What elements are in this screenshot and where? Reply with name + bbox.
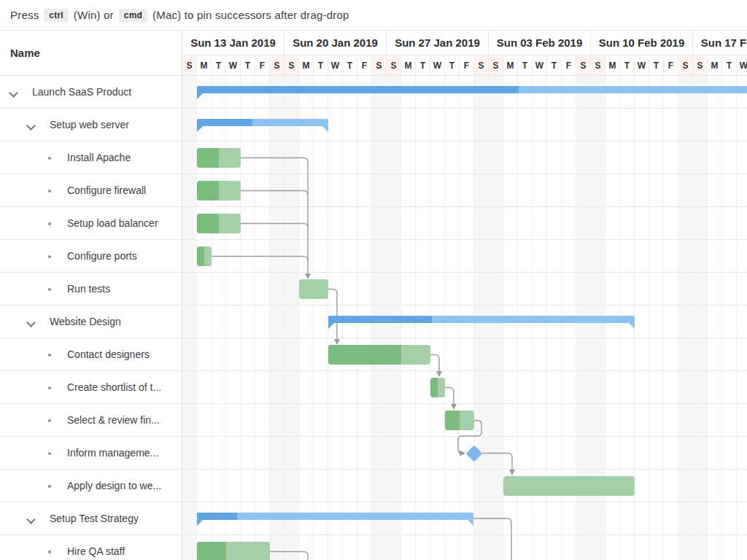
day-header-cell: F: [255, 55, 270, 76]
leaf-bullet-icon: [48, 485, 51, 488]
task-row-inform-manageme[interactable]: Inform manageme...: [0, 437, 182, 470]
day-header-cell: W: [635, 55, 649, 76]
task-bar-setup-load-balancer[interactable]: [197, 214, 241, 233]
day-header-cell: M: [605, 55, 620, 76]
dependency-arrow-icon: [509, 470, 515, 475]
task-row-create-shortlist-of-t[interactable]: Create shortlist of t...: [0, 371, 182, 404]
day-header-cell: T: [620, 55, 635, 76]
dependency-arrow-icon: [436, 371, 442, 377]
task-bar-progress: [197, 542, 226, 560]
task-row-apply-design-to-we[interactable]: Apply design to we...: [0, 470, 182, 502]
day-header-cell: S: [182, 55, 197, 76]
task-row-website-design[interactable]: Website Design: [0, 306, 182, 338]
week-header-row: Sun 13 Jan 2019Sun 20 Jan 2019Sun 27 Jan…: [182, 31, 747, 55]
task-row-configure-ports[interactable]: Configure ports: [0, 240, 182, 273]
day-header-row: SMTWTFSSMTWTFSSMTWTFSSMTWTFSSMTWTFSSMTWT…: [182, 55, 747, 76]
chevron-down-icon[interactable]: [28, 516, 34, 523]
task-bar-create-shortlist-of-t[interactable]: [430, 378, 445, 397]
day-header-cell: S: [591, 55, 605, 76]
task-row-run-tests[interactable]: Run tests: [0, 273, 182, 306]
dependency-arrow-icon: [451, 404, 457, 410]
day-header-cell: F: [562, 55, 576, 76]
toolbar-hint-mid: (Win) or: [74, 9, 114, 21]
task-name-label: Setup Test Strategy: [50, 502, 139, 534]
task-row-configure-firewall[interactable]: Configure firewall: [0, 174, 182, 207]
task-name-label: Create shortlist of t...: [67, 371, 161, 403]
gantt-app: Press ctrl (Win) or cmd (Mac) to pin suc…: [0, 0, 747, 560]
day-header-cell: S: [270, 55, 285, 76]
task-bar-configure-ports[interactable]: [197, 246, 212, 266]
leaf-bullet-icon: [48, 354, 51, 357]
chevron-down-icon[interactable]: [10, 90, 17, 96]
day-header-cell: W: [430, 55, 445, 76]
task-row-contact-designers[interactable]: Contact designers: [0, 338, 182, 371]
dependency-line: [212, 257, 308, 261]
summary-tab-right: [629, 323, 635, 329]
summary-tab-left: [197, 520, 203, 526]
day-header-cell: F: [664, 55, 678, 76]
task-name-label: Launch SaaS Product: [32, 76, 131, 108]
summary-tab-right: [322, 126, 328, 132]
task-bar-run-tests[interactable]: [299, 279, 328, 299]
task-bar-progress: [328, 345, 401, 365]
task-bar-progress: [197, 148, 219, 168]
dependency-line: [473, 518, 511, 560]
task-row-setup-test-strategy[interactable]: Setup Test Strategy: [0, 502, 182, 535]
leaf-bullet-icon: [48, 452, 51, 455]
day-header-cell: M: [299, 55, 314, 76]
week-header-cell: Sun 03 Feb 2019: [489, 31, 591, 55]
task-bar-progress: [430, 378, 438, 397]
week-header-cell: Sun 27 Jan 2019: [387, 31, 489, 55]
task-row-install-apache[interactable]: Install Apache: [0, 141, 182, 174]
task-row-hire-qa-staff[interactable]: Hire QA staff: [0, 535, 182, 560]
summary-tab-left: [197, 126, 203, 132]
summary-bar-website-design[interactable]: [328, 316, 635, 323]
toolbar-hint-prefix: Press: [10, 9, 39, 21]
day-header-cell: M: [197, 55, 212, 76]
day-header-cell: W: [737, 55, 747, 76]
task-row-setup-web-server[interactable]: Setup web server: [0, 109, 182, 141]
name-column-header-label: Name: [10, 47, 40, 59]
task-bar-progress: [197, 246, 204, 266]
dependency-arrow-icon: [305, 273, 311, 279]
summary-bar-launch-saas-product[interactable]: [197, 86, 747, 93]
day-header-cell: T: [314, 55, 328, 76]
day-header-cell: T: [241, 55, 255, 76]
leaf-bullet-icon: [48, 288, 51, 291]
summary-tab-left: [328, 323, 334, 329]
task-bar-progress: [197, 181, 219, 201]
task-name-label: Setup web server: [50, 109, 129, 141]
day-header-cell: M: [503, 55, 518, 76]
task-row-launch-saas-product[interactable]: Launch SaaS Product: [0, 76, 182, 109]
day-header-cell: T: [518, 55, 533, 76]
task-bar-select-review-fin[interactable]: [445, 411, 474, 430]
task-bar-apply-design-to-we[interactable]: [503, 476, 635, 496]
day-header-cell: T: [547, 55, 562, 76]
task-bar-configure-firewall[interactable]: [197, 181, 241, 201]
dependency-arrow-icon: [334, 339, 340, 345]
task-bar-progress: [445, 411, 460, 430]
task-name-label: Apply design to we...: [67, 470, 161, 502]
chevron-down-icon[interactable]: [28, 319, 34, 326]
week-header-cell: Sun 17 Feb 2019: [693, 31, 747, 55]
task-name-label: Setup load balancer: [67, 207, 158, 239]
day-header-cell: S: [693, 55, 708, 76]
summary-bar-setup-test-strategy[interactable]: [197, 513, 473, 520]
summary-bar-progress: [197, 86, 519, 93]
summary-bar-progress: [328, 316, 432, 323]
summary-bar-setup-web-server[interactable]: [197, 119, 328, 126]
name-column-header[interactable]: Name: [0, 31, 182, 76]
task-bar-contact-designers[interactable]: [328, 345, 430, 365]
day-header-cell: S: [489, 55, 503, 76]
day-header-cell: S: [576, 55, 591, 76]
gantt-chart-area: [182, 76, 747, 560]
dependency-line: [241, 191, 308, 195]
task-bar-progress: [197, 214, 219, 233]
chevron-down-icon[interactable]: [28, 122, 34, 129]
task-bar-hire-qa-staff[interactable]: [197, 542, 270, 560]
task-row-select-review-fin[interactable]: Select & review fin...: [0, 404, 182, 437]
timeline-header: Sun 13 Jan 2019Sun 20 Jan 2019Sun 27 Jan…: [182, 31, 747, 76]
task-name-label: Select & review fin...: [67, 404, 160, 436]
task-row-setup-load-balancer[interactable]: Setup load balancer: [0, 207, 182, 240]
task-bar-install-apache[interactable]: [197, 148, 241, 168]
